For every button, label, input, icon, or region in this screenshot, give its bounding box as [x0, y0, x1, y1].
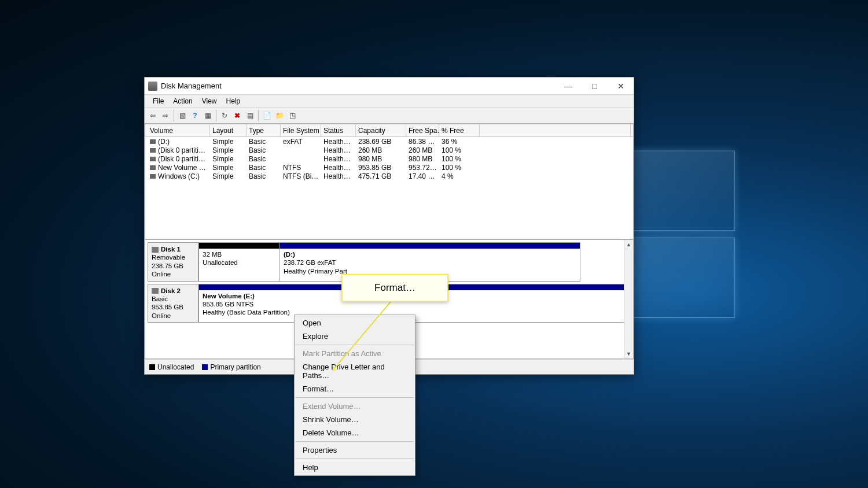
toolbar-refresh-icon[interactable]: ↻: [219, 110, 230, 121]
col-type[interactable]: Type: [247, 124, 281, 136]
app-icon: [148, 82, 157, 91]
menu-view[interactable]: View: [197, 96, 222, 106]
volume-name: Windows (C:): [148, 172, 210, 180]
cm-properties[interactable]: Properties: [295, 443, 415, 457]
disk-size: 953.85 GB: [152, 303, 194, 311]
col-capacity[interactable]: Capacity: [356, 124, 406, 136]
toolbar-help-icon[interactable]: ?: [189, 110, 201, 121]
disk-pane-scrollbar[interactable]: ▲ ▼: [624, 240, 633, 358]
volume-name: New Volume (…: [148, 164, 210, 172]
menu-file[interactable]: File: [148, 96, 168, 106]
partition-unallocated[interactable]: 32 MB Unallocated: [198, 243, 279, 281]
cm-mark-active: Mark Partition as Active: [295, 347, 415, 360]
cm-open[interactable]: Open: [295, 316, 415, 330]
disk-info[interactable]: Disk 1 Removable 238.75 GB Online: [148, 242, 198, 282]
volume-list-header: Volume Layout Type File System Status Ca…: [145, 124, 633, 137]
legend-unallocated: Unallocated: [149, 363, 194, 371]
disk-state: Online: [152, 312, 194, 320]
maximize-button[interactable]: □: [582, 77, 608, 95]
window-title: Disk Management: [161, 82, 222, 90]
toolbar-forward-icon[interactable]: ⇨: [160, 110, 171, 121]
disk-size: 238.75 GB: [152, 262, 194, 270]
toolbar-action1-icon[interactable]: 📄: [261, 110, 273, 121]
col-pctfree[interactable]: % Free: [439, 124, 480, 136]
volume-name: (D:): [148, 138, 210, 146]
cm-explore[interactable]: Explore: [295, 330, 415, 343]
volume-list-pane: Volume Layout Type File System Status Ca…: [145, 124, 634, 239]
scroll-up-icon[interactable]: ▲: [624, 240, 633, 249]
disk-title: Disk 1: [152, 245, 194, 253]
legend-primary: Primary partition: [202, 363, 260, 371]
desktop-background-decoration: [625, 150, 799, 324]
partition-bar-primary: [280, 243, 580, 249]
disk-kind: Basic: [152, 295, 194, 303]
cm-separator: [296, 441, 414, 442]
col-filesystem[interactable]: File System: [281, 124, 321, 136]
toolbar: ⇦ ⇨ ▧ ? ▦ ↻ ✖ ▤ 📄 📁 ◳: [145, 108, 634, 124]
menu-help[interactable]: Help: [222, 96, 245, 106]
close-button[interactable]: ✕: [608, 77, 634, 95]
disk-title: Disk 2: [152, 287, 194, 295]
partition-bar-unallocated: [199, 243, 279, 249]
callout-tooltip: Format…: [341, 274, 448, 302]
volume-row[interactable]: (Disk 0 partition 1) Simple Basic Health…: [145, 146, 633, 154]
volume-row[interactable]: (Disk 0 partition 4) Simple Basic Health…: [145, 154, 633, 163]
cm-separator: [296, 459, 414, 459]
volume-name: (Disk 0 partition 1): [148, 146, 210, 154]
col-layout[interactable]: Layout: [210, 124, 247, 136]
cm-delete-volume[interactable]: Delete Volume…: [295, 426, 415, 439]
disk-state: Online: [152, 270, 194, 278]
minimize-button[interactable]: ―: [556, 77, 582, 95]
toolbar-action3-icon[interactable]: ◳: [286, 110, 298, 121]
col-freespace[interactable]: Free Spa…: [406, 124, 439, 136]
partition-name: (D:): [284, 250, 576, 258]
toolbar-delete-icon[interactable]: ✖: [231, 110, 243, 121]
disk-kind: Removable: [152, 253, 194, 261]
volume-row[interactable]: Windows (C:) Simple Basic NTFS (BitLo… H…: [145, 172, 633, 180]
volume-list-body: (D:) Simple Basic exFAT Healthy (P… 238.…: [145, 137, 633, 239]
callout-text: Format…: [374, 282, 415, 294]
toolbar-action2-icon[interactable]: 📁: [274, 110, 285, 121]
toolbar-back-icon[interactable]: ⇦: [147, 110, 159, 121]
menu-action[interactable]: Action: [168, 96, 197, 106]
scroll-down-icon[interactable]: ▼: [624, 349, 633, 358]
partition-context-menu: Open Explore Mark Partition as Active Ch…: [294, 315, 415, 476]
volume-row[interactable]: (D:) Simple Basic exFAT Healthy (P… 238.…: [145, 137, 633, 146]
col-volume[interactable]: Volume: [148, 124, 210, 136]
cm-help[interactable]: Help: [295, 461, 415, 474]
volume-row[interactable]: New Volume (… Simple Basic NTFS Healthy …: [145, 163, 633, 172]
cm-shrink-volume[interactable]: Shrink Volume…: [295, 413, 415, 426]
cm-separator: [296, 397, 414, 398]
cm-separator: [296, 345, 414, 345]
menubar: File Action View Help: [145, 95, 634, 108]
cm-change-letter[interactable]: Change Drive Letter and Paths…: [295, 360, 415, 382]
toolbar-settings-icon[interactable]: ▦: [202, 110, 214, 121]
toolbar-properties-icon[interactable]: ▤: [244, 110, 256, 121]
titlebar: Disk Management ― □ ✕: [145, 77, 634, 95]
toolbar-showhide-icon[interactable]: ▧: [176, 110, 188, 121]
col-status[interactable]: Status: [321, 124, 356, 136]
cm-extend-volume: Extend Volume…: [295, 400, 415, 413]
volume-name: (Disk 0 partition 4): [148, 155, 210, 163]
disk-info[interactable]: Disk 2 Basic 953.85 GB Online: [148, 284, 198, 323]
cm-format[interactable]: Format…: [295, 382, 415, 395]
